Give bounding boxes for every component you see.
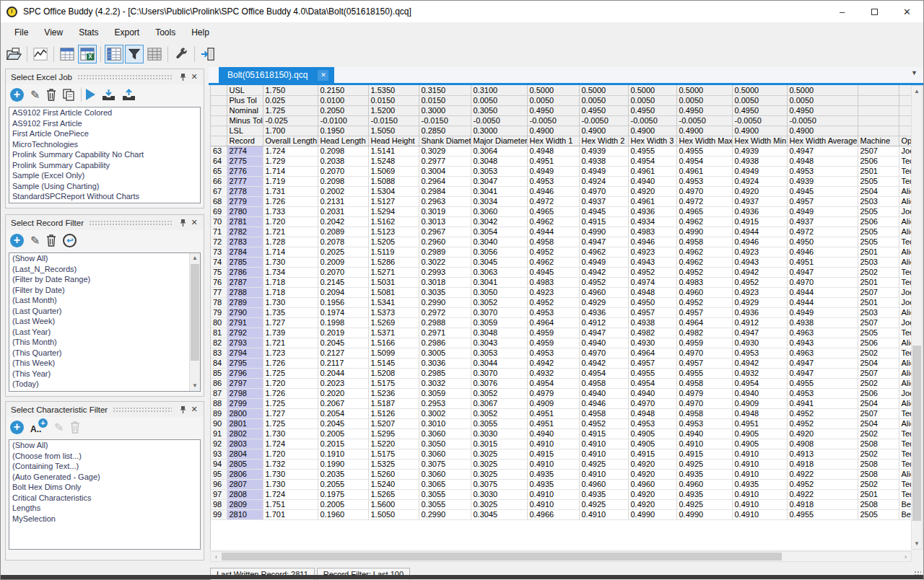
measurement-cell[interactable]: 0.4952 bbox=[732, 277, 787, 287]
table-row[interactable]: 7127821.7210.20891.51230.29670.30540.494… bbox=[211, 227, 912, 237]
edit-filter-button[interactable]: ✎ bbox=[30, 234, 40, 247]
measurement-cell[interactable]: 0.4970 bbox=[676, 398, 732, 408]
spec-value-cell[interactable]: -0.0050 bbox=[676, 115, 732, 126]
measurement-cell[interactable]: 1.5341 bbox=[368, 297, 419, 307]
row-number-cell[interactable]: 89 bbox=[211, 408, 227, 418]
measurement-cell[interactable]: 0.4915 bbox=[732, 216, 787, 227]
operator-cell[interactable]: Ted bbox=[899, 439, 912, 449]
table-row[interactable]: 7327841.7140.20251.51190.29890.30560.495… bbox=[211, 247, 912, 257]
record-cell[interactable]: 2805 bbox=[227, 459, 263, 469]
measurement-cell[interactable]: 0.4910 bbox=[732, 449, 787, 459]
close-icon[interactable]: ✕ bbox=[188, 218, 200, 227]
operator-cell[interactable]: Ted bbox=[899, 449, 912, 459]
measurement-cell[interactable]: 1.5081 bbox=[368, 287, 419, 297]
measurement-cell[interactable]: 0.4925 bbox=[676, 499, 732, 509]
measurement-cell[interactable]: 0.2042 bbox=[318, 216, 368, 227]
measurement-cell[interactable]: 0.4940 bbox=[579, 338, 628, 348]
measurement-cell[interactable]: 0.3019 bbox=[419, 206, 471, 216]
measurement-cell[interactable]: 0.4915 bbox=[579, 429, 628, 439]
measurement-cell[interactable]: 0.4965 bbox=[527, 206, 579, 216]
measurement-cell[interactable]: 0.4938 bbox=[628, 317, 676, 328]
record-cell[interactable]: 2810 bbox=[227, 509, 263, 519]
measurement-cell[interactable]: 0.4982 bbox=[628, 328, 676, 338]
machine-cell[interactable] bbox=[858, 95, 899, 105]
measurement-cell[interactable]: 0.2098 bbox=[318, 146, 368, 156]
measurement-cell[interactable]: 0.3059 bbox=[471, 317, 527, 328]
excel-job-item[interactable]: Sample (Using Charting) bbox=[9, 181, 200, 192]
operator-cell[interactable] bbox=[899, 85, 912, 95]
operator-cell[interactable]: Alic bbox=[899, 358, 912, 368]
measurement-cell[interactable]: 1.728 bbox=[263, 237, 318, 247]
measurement-cell[interactable]: 0.4945 bbox=[579, 206, 628, 216]
measurement-cell[interactable]: 0.4957 bbox=[676, 358, 732, 368]
spec-value-cell[interactable]: 0.4950 bbox=[676, 105, 732, 115]
edit-job-button[interactable]: ✎ bbox=[30, 88, 40, 102]
measurement-cell[interactable]: 0.1910 bbox=[318, 449, 368, 459]
spec-value-cell[interactable]: -0.0050 bbox=[471, 115, 527, 126]
measurement-cell[interactable]: 0.2044 bbox=[318, 368, 368, 378]
measurement-cell[interactable]: 0.3063 bbox=[471, 267, 527, 277]
spec-value-cell[interactable]: -0.0050 bbox=[732, 115, 787, 126]
row-number-cell[interactable]: 69 bbox=[211, 206, 227, 216]
machine-cell[interactable]: 2504 bbox=[858, 358, 899, 368]
machine-cell[interactable]: 2506 bbox=[858, 216, 899, 227]
table-row[interactable]: 6927801.7330.20311.52940.30190.30600.496… bbox=[211, 206, 912, 216]
spec-value-cell[interactable]: 0.4900 bbox=[579, 126, 628, 136]
measurement-cell[interactable]: 0.4910 bbox=[579, 469, 628, 479]
measurement-cell[interactable]: 0.3005 bbox=[419, 348, 471, 358]
characteristic-filter-item[interactable]: (Auto Generated - Gage) bbox=[9, 472, 200, 483]
measurement-cell[interactable]: 0.4974 bbox=[628, 277, 676, 287]
table-row[interactable]: 8327941.7230.21271.50990.30050.30530.495… bbox=[211, 348, 912, 358]
measurement-cell[interactable]: 0.3010 bbox=[419, 418, 471, 429]
measurement-cell[interactable]: 0.4942 bbox=[579, 267, 628, 277]
measurement-cell[interactable]: 0.2977 bbox=[419, 156, 471, 166]
row-number-cell[interactable]: 81 bbox=[211, 328, 227, 338]
spec-label-cell[interactable]: Plus Tol bbox=[227, 95, 263, 105]
measurement-cell[interactable]: 0.2054 bbox=[318, 408, 368, 418]
operator-cell[interactable]: Alic bbox=[899, 469, 912, 479]
machine-cell[interactable]: 2502 bbox=[858, 348, 899, 358]
measurement-cell[interactable]: 0.4912 bbox=[732, 317, 787, 328]
measurement-cell[interactable]: 0.4915 bbox=[628, 449, 676, 459]
table-row[interactable]: 9628071.7300.20551.52400.30650.30750.493… bbox=[211, 479, 912, 489]
operator-cell[interactable] bbox=[899, 105, 912, 115]
measurement-cell[interactable]: 0.3056 bbox=[471, 247, 527, 257]
measurement-cell[interactable]: 0.4963 bbox=[787, 348, 858, 358]
operator-cell[interactable]: Joe bbox=[899, 287, 912, 297]
measurement-cell[interactable]: 1.730 bbox=[263, 297, 318, 307]
measurement-cell[interactable]: 0.3035 bbox=[419, 287, 471, 297]
measurement-cell[interactable]: 0.4910 bbox=[527, 489, 579, 499]
spec-value-cell[interactable]: 1.750 bbox=[263, 85, 318, 95]
spec-value-cell[interactable]: 0.0050 bbox=[787, 95, 858, 105]
measurement-cell[interactable]: 1.5141 bbox=[368, 146, 419, 156]
measurement-cell[interactable]: 0.2989 bbox=[419, 247, 471, 257]
spec-value-cell[interactable]: 0.2850 bbox=[419, 126, 471, 136]
spec-value-cell[interactable]: 1.5350 bbox=[368, 85, 419, 95]
operator-cell[interactable]: Alic bbox=[899, 186, 912, 196]
row-number-cell[interactable]: 76 bbox=[211, 277, 227, 287]
measurement-cell[interactable]: 0.4920 bbox=[628, 499, 676, 509]
measurement-cell[interactable]: 0.3070 bbox=[471, 307, 527, 317]
row-number-cell[interactable]: 70 bbox=[211, 216, 227, 227]
record-cell[interactable]: 2786 bbox=[227, 267, 263, 277]
measurement-cell[interactable]: 0.2972 bbox=[419, 307, 471, 317]
table-row[interactable]: 9028011.7250.20451.52070.30100.30550.495… bbox=[211, 418, 912, 429]
measurement-cell[interactable]: 0.4951 bbox=[527, 418, 579, 429]
measurement-cell[interactable]: 0.4943 bbox=[732, 257, 787, 267]
record-cell[interactable]: 2798 bbox=[227, 388, 263, 398]
record-cell[interactable]: 2794 bbox=[227, 348, 263, 358]
measurement-cell[interactable]: 1.5371 bbox=[368, 328, 419, 338]
measurement-cell[interactable]: 0.4925 bbox=[579, 499, 628, 509]
measurement-cell[interactable]: 1.730 bbox=[263, 479, 318, 489]
measurement-cell[interactable]: 0.4948 bbox=[628, 408, 676, 418]
operator-cell[interactable]: Ted bbox=[899, 408, 912, 418]
record-filter-item[interactable]: (Show All) bbox=[9, 253, 200, 264]
measurement-cell[interactable]: 0.4920 bbox=[732, 186, 787, 196]
spec-value-cell[interactable]: 0.0150 bbox=[419, 95, 471, 105]
record-cell[interactable]: 2788 bbox=[227, 287, 263, 297]
measurement-cell[interactable]: 0.3029 bbox=[419, 146, 471, 156]
measurement-cell[interactable]: 0.4920 bbox=[628, 459, 676, 469]
machine-cell[interactable]: 2506 bbox=[858, 388, 899, 398]
record-cell[interactable]: 2790 bbox=[227, 307, 263, 317]
measurement-cell[interactable]: 0.2045 bbox=[318, 418, 368, 429]
